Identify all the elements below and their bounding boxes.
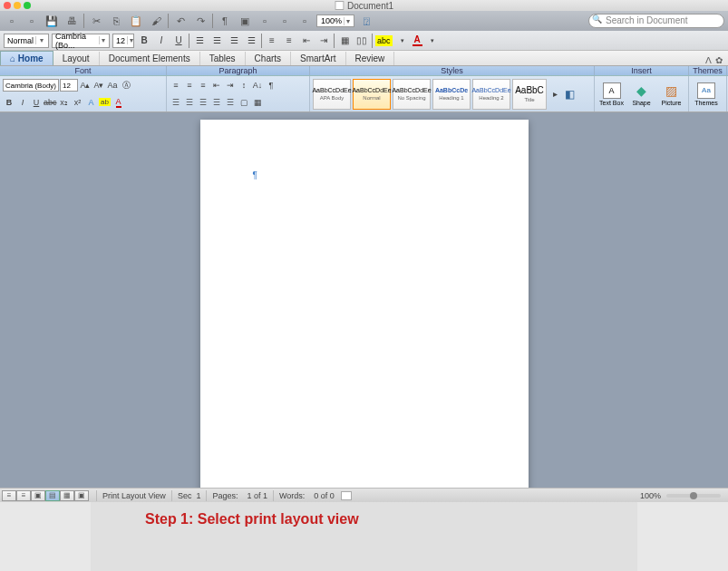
bullet-list-button[interactable]: ≡: [282, 34, 296, 48]
document-area[interactable]: ¶: [0, 112, 728, 488]
redo-icon[interactable]: ↷: [192, 14, 209, 28]
bullets-button[interactable]: ≡: [170, 79, 182, 92]
ribbon-bold-button[interactable]: B: [3, 96, 15, 109]
tab-tables[interactable]: Tables: [200, 52, 246, 65]
underline-button[interactable]: U: [171, 34, 186, 48]
print-layout-view-button[interactable]: ▤: [45, 490, 60, 501]
show-marks-button[interactable]: ¶: [265, 79, 277, 92]
italic-button[interactable]: I: [154, 34, 169, 48]
document-page[interactable]: ¶: [200, 120, 529, 488]
show-formatting-icon[interactable]: ¶: [217, 14, 233, 28]
ribbon-size-combo[interactable]: 12: [60, 79, 78, 92]
toolbox-icon[interactable]: ▫: [257, 14, 273, 28]
minimize-window-button[interactable]: [14, 2, 21, 9]
undo-icon[interactable]: ↶: [172, 14, 189, 28]
tab-layout[interactable]: Layout: [53, 52, 100, 65]
gallery-icon[interactable]: ▫: [277, 14, 293, 28]
superscript-button[interactable]: x²: [72, 96, 84, 109]
zoom-window-button[interactable]: [24, 2, 31, 9]
font-size-combo[interactable]: 12▾: [112, 34, 134, 48]
draft-view-button[interactable]: ≡: [2, 490, 16, 501]
help-icon[interactable]: ⍰: [358, 14, 374, 28]
picture-button[interactable]: ▨Picture: [657, 82, 685, 106]
notebook-view-button[interactable]: ▦: [60, 490, 74, 501]
cut-icon[interactable]: ✂: [88, 14, 104, 28]
tab-home[interactable]: ⌂ Home: [0, 51, 53, 65]
ribbon-font-color-button[interactable]: A: [112, 96, 125, 109]
numbering-button[interactable]: ≡: [183, 79, 196, 92]
spellcheck-icon[interactable]: [341, 491, 352, 500]
close-window-button[interactable]: [4, 2, 11, 9]
decrease-indent-button[interactable]: ⇤: [299, 34, 314, 48]
change-case-button[interactable]: Aa: [106, 79, 119, 92]
style-heading2[interactable]: AaBbCcDdEeHeading 2: [472, 79, 510, 110]
bold-button[interactable]: B: [137, 34, 151, 48]
clear-formatting-button[interactable]: Ⓐ: [120, 79, 132, 92]
zoom-slider[interactable]: [666, 494, 721, 498]
ribbon-underline-button[interactable]: U: [30, 96, 43, 109]
highlight-dropdown[interactable]: ▾: [395, 34, 410, 48]
ribbon-settings-button[interactable]: ✿: [715, 55, 723, 65]
new-icon[interactable]: ▫: [4, 14, 20, 28]
search-input[interactable]: Search in Document: [588, 14, 724, 28]
zoom-value[interactable]: 100%: [640, 491, 661, 500]
align-right-button[interactable]: ☰: [227, 34, 241, 48]
copy-icon[interactable]: ⎘: [108, 14, 124, 28]
tab-review[interactable]: Review: [346, 52, 395, 65]
sidebar-icon[interactable]: ▣: [237, 14, 253, 28]
tab-charts[interactable]: Charts: [246, 52, 291, 65]
strikethrough-button[interactable]: abc: [44, 96, 57, 109]
insert-table-button[interactable]: ▦: [337, 34, 352, 48]
highlight-button[interactable]: abc: [375, 35, 393, 46]
align-center-button[interactable]: ☰: [209, 34, 224, 48]
justify-ribbon[interactable]: ☰: [210, 96, 223, 109]
align-center-ribbon[interactable]: ☰: [183, 96, 196, 109]
open-icon[interactable]: ▫: [24, 14, 40, 28]
tab-smartart[interactable]: SmartArt: [291, 52, 345, 65]
fullscreen-view-button[interactable]: ▣: [74, 490, 89, 501]
style-apa-body[interactable]: AaBbCcDdEeAPA Body: [313, 79, 351, 110]
ribbon-highlight-button[interactable]: ab: [99, 96, 112, 109]
align-justify-button[interactable]: ☰: [244, 34, 258, 48]
tab-document-elements[interactable]: Document Elements: [100, 52, 200, 65]
align-left-button[interactable]: ☰: [192, 34, 207, 48]
paste-icon[interactable]: 📋: [128, 14, 144, 28]
increase-indent-ribbon[interactable]: ⇥: [224, 79, 237, 92]
line-spacing-button[interactable]: ↕: [238, 79, 250, 92]
collapse-ribbon-button[interactable]: ᐱ: [705, 55, 712, 65]
zoom-combo[interactable]: 100%▾: [316, 15, 354, 27]
multilevel-button[interactable]: ≡: [197, 79, 209, 92]
style-heading1[interactable]: AaBbCcDeHeading 1: [432, 79, 471, 110]
ribbon-italic-button[interactable]: I: [16, 96, 29, 109]
align-right-ribbon[interactable]: ☰: [197, 96, 209, 109]
zoom-slider-thumb[interactable]: [690, 492, 697, 499]
text-effects-button[interactable]: A: [85, 96, 98, 109]
media-icon[interactable]: ▫: [296, 14, 313, 28]
shading-button[interactable]: ▢: [238, 96, 250, 109]
textbox-button[interactable]: AText Box: [597, 82, 626, 106]
borders-button[interactable]: ▦: [251, 96, 264, 109]
style-combo[interactable]: Normal▾: [4, 34, 49, 48]
format-painter-icon[interactable]: 🖌: [148, 14, 164, 28]
subscript-button[interactable]: x₂: [58, 96, 71, 109]
increase-indent-button[interactable]: ⇥: [316, 34, 331, 48]
font-color-button[interactable]: A: [413, 34, 422, 46]
align-left-ribbon[interactable]: ☰: [170, 96, 182, 109]
ribbon-font-combo[interactable]: Cambria (Body): [3, 79, 59, 92]
numbered-list-button[interactable]: ≡: [265, 34, 279, 48]
styles-pane-button[interactable]: ◧: [563, 88, 576, 101]
sort-button[interactable]: A↓: [251, 79, 264, 92]
font-combo[interactable]: Cambria (Bo...▾: [52, 34, 110, 48]
font-color-dropdown[interactable]: ▾: [425, 34, 440, 48]
style-no-spacing[interactable]: AaBbCcDdEeNo Spacing: [393, 79, 431, 110]
print-icon[interactable]: 🖶: [63, 14, 80, 28]
style-normal[interactable]: AaBbCcDdEeNormal: [353, 79, 391, 110]
styles-more-button[interactable]: ▸: [548, 88, 561, 101]
themes-button[interactable]: AaThemes: [692, 82, 721, 106]
decrease-indent-ribbon[interactable]: ⇤: [210, 79, 223, 92]
shape-button[interactable]: ◆Shape: [627, 82, 655, 106]
shrink-font-button[interactable]: A▾: [92, 79, 105, 92]
distribute-ribbon[interactable]: ☰: [224, 96, 237, 109]
publishing-view-button[interactable]: ▣: [31, 490, 45, 501]
columns-button[interactable]: ▯▯: [354, 34, 369, 48]
